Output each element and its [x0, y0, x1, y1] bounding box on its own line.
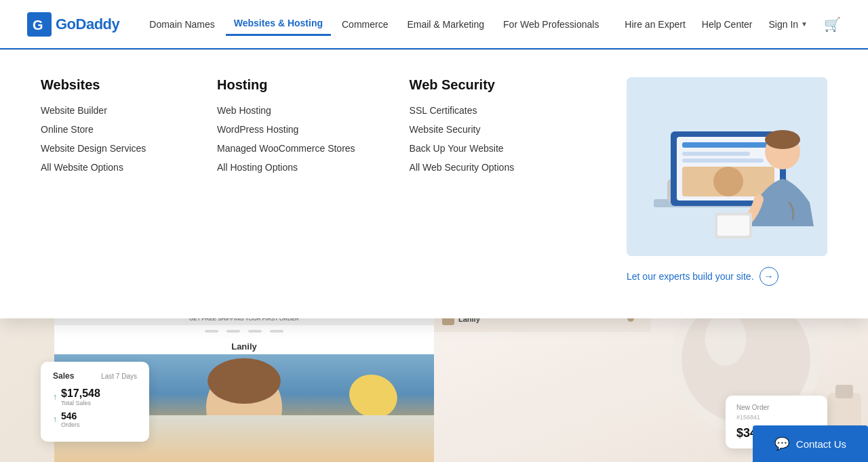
svg-point-18	[208, 358, 281, 404]
dropdown-item-ssl-certificates[interactable]: SSL Certificates	[410, 105, 532, 116]
svg-rect-26	[835, 385, 853, 398]
sales-orders-value: 546	[61, 411, 80, 421]
navbar-right: Hire an Expert Help Center Sign In ▼ 🛒	[625, 16, 841, 33]
godaddy-logo-icon: G	[27, 12, 52, 37]
dropdown-items-web-security: SSL Certificates Website Security Back U…	[410, 105, 532, 173]
svg-rect-8	[682, 152, 750, 156]
dropdown-item-managed-woocommerce[interactable]: Managed WooCommerce Stores	[217, 143, 355, 154]
svg-text:G: G	[33, 18, 43, 33]
nav-links: Domain Names Websites & Hosting Commerce…	[141, 12, 607, 36]
dropdown-section-websites: Websites Website Builder Online Store We…	[41, 77, 163, 286]
nav-websites-hosting[interactable]: Websites & Hosting	[226, 12, 331, 36]
promo-image-content	[627, 77, 827, 256]
dropdown-section-title-websites: Websites	[41, 77, 163, 93]
dropdown-item-website-design-services[interactable]: Website Design Services	[41, 143, 163, 154]
logo-text: GoDaddy	[56, 16, 119, 33]
dropdown-item-website-builder[interactable]: Website Builder	[41, 105, 163, 116]
nav-domain-names[interactable]: Domain Names	[141, 14, 222, 35]
sales-card: Sales Last 7 Days ↑ $17,548 Total Sales …	[41, 362, 149, 442]
contact-us-label: Contact Us	[796, 438, 846, 450]
dropdown-section-web-security: Web Security SSL Certificates Website Se…	[410, 77, 532, 286]
contact-us-button[interactable]: 💬 Contact Us	[753, 425, 868, 462]
sales-orders-label: Orders	[61, 421, 80, 428]
svg-point-13	[765, 130, 800, 149]
nav-for-web-professionals[interactable]: For Web Professionals	[495, 14, 607, 35]
promo-cta[interactable]: Let our experts build your site. →	[627, 267, 778, 286]
chat-bubble-icon: 💬	[774, 436, 789, 451]
bottom-strip: GET FREE SHIPPING YOUR FIRST ORDER Lanil…	[0, 305, 868, 462]
help-center-link[interactable]: Help Center	[702, 19, 753, 30]
nav-email-marketing[interactable]: Email & Marketing	[399, 14, 492, 35]
dropdown-item-back-up-website[interactable]: Back Up Your Website	[410, 143, 532, 154]
sales-orders-trend-icon: ↑	[53, 415, 57, 424]
bottom-left-column: GET FREE SHIPPING YOUR FIRST ORDER Lanil…	[0, 305, 434, 462]
dropdown-item-all-web-security[interactable]: All Web Security Options	[410, 162, 532, 173]
dropdown-sections: Websites Website Builder Online Store We…	[41, 77, 599, 286]
sales-amount-value: $17,548	[61, 387, 100, 400]
logo[interactable]: G GoDaddy	[27, 12, 119, 37]
sales-amount-label: Total Sales	[61, 400, 100, 406]
dropdown-section-title-web-security: Web Security	[410, 77, 532, 93]
dropdown-panel: Websites Website Builder Online Store We…	[0, 49, 868, 318]
new-order-id: #156841	[736, 414, 816, 421]
dropdown-section-hosting: Hosting Web Hosting WordPress Hosting Ma…	[217, 77, 355, 286]
promo-cta-arrow-icon: →	[760, 267, 778, 286]
sales-trend-up-icon: ↑	[53, 392, 57, 402]
promo-illustration	[627, 77, 827, 256]
dropdown-item-web-hosting[interactable]: Web Hosting	[217, 105, 355, 116]
store-logo-area: Lanily	[54, 337, 434, 354]
navbar-left: G GoDaddy Domain Names Websites & Hostin…	[27, 12, 607, 37]
store-nav-dot	[205, 330, 218, 333]
store-nav-dot-2	[226, 330, 240, 333]
dropdown-items-hosting: Web Hosting WordPress Hosting Managed Wo…	[217, 105, 355, 173]
promo-image	[627, 77, 827, 256]
sign-in-label: Sign In	[769, 19, 799, 30]
promo-cta-text: Let our experts build your site.	[627, 271, 754, 282]
navbar: G GoDaddy Domain Names Websites & Hostin…	[0, 0, 868, 49]
dropdown-item-wordpress-hosting[interactable]: WordPress Hosting	[217, 124, 355, 135]
dropdown-item-website-security[interactable]: Website Security	[410, 124, 532, 135]
sales-label: Sales	[53, 371, 74, 381]
dropdown-promo: Let our experts build your site. →	[599, 77, 827, 286]
dropdown-item-all-website-options[interactable]: All Website Options	[41, 162, 163, 173]
store-nav-dot-3	[248, 330, 262, 333]
svg-point-24	[705, 312, 746, 366]
store-nav	[54, 325, 434, 337]
svg-rect-15	[717, 215, 749, 236]
cart-icon[interactable]: 🛒	[824, 16, 841, 33]
nav-commerce[interactable]: Commerce	[334, 14, 396, 35]
new-order-label: New Order	[736, 404, 816, 411]
chevron-down-icon: ▼	[801, 20, 808, 28]
dropdown-item-all-hosting-options[interactable]: All Hosting Options	[217, 162, 355, 173]
store-nav-dot-4	[270, 330, 283, 333]
dropdown-items-websites: Website Builder Online Store Website Des…	[41, 105, 163, 173]
dropdown-section-title-hosting: Hosting	[217, 77, 355, 93]
sales-period: Last 7 Days	[101, 373, 137, 380]
sign-in-button[interactable]: Sign In ▼	[769, 19, 808, 30]
dropdown-item-online-store[interactable]: Online Store	[41, 124, 163, 135]
svg-rect-7	[682, 142, 774, 148]
sales-card-header: Sales Last 7 Days	[53, 371, 137, 381]
sales-orders-row: ↑ 546 Orders	[53, 411, 137, 428]
svg-point-11	[713, 167, 743, 196]
sales-amount-row: ↑ $17,548 Total Sales	[53, 387, 137, 406]
svg-rect-9	[682, 159, 764, 163]
hire-expert-link[interactable]: Hire an Expert	[625, 19, 685, 30]
